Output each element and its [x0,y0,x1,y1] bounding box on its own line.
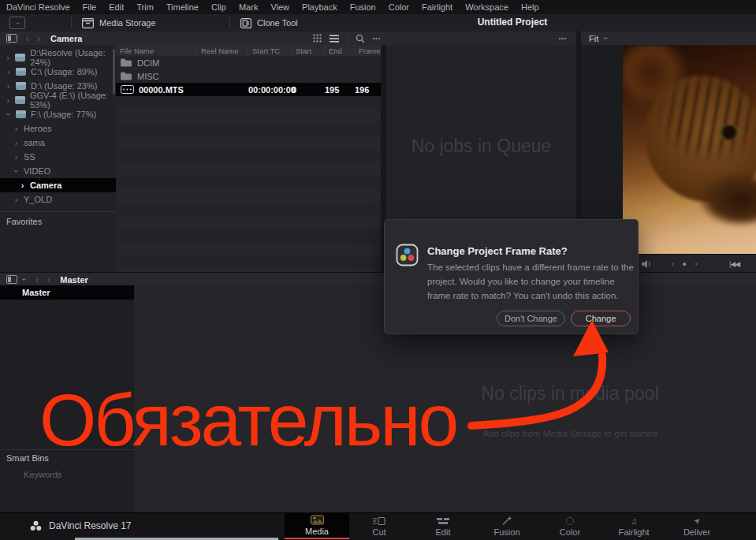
menu-file[interactable]: File [76,2,103,12]
sidebar-item-y-old[interactable]: › Y_OLD [0,192,116,207]
tab-label: Deliver [683,527,710,537]
media-storage-button[interactable]: Media Storage [82,14,156,32]
media-pool-header: › ‹ › Master [0,272,756,286]
clip-icon [121,85,134,94]
chevron-right-icon[interactable]: › [20,181,25,190]
menu-edit[interactable]: Edit [102,2,130,12]
cut-page-icon [373,516,385,526]
chevron-right-icon[interactable]: › [6,53,10,62]
drive-label: F:\ (Usage: 77%) [31,110,96,119]
more-options-icon[interactable]: ••• [559,35,567,41]
back-button[interactable]: ‹ [22,34,33,43]
chevron-down-icon[interactable]: › [20,278,28,281]
tab-color[interactable]: Color [538,513,602,539]
fusion-page-icon [501,516,512,526]
list-view-icon[interactable] [330,35,339,43]
chevron-right-icon[interactable]: › [13,124,19,133]
menu-clip[interactable]: Clip [205,2,233,12]
pool-breadcrumb: Master [60,275,88,285]
panel-toggle-icon[interactable] [6,34,17,43]
chevron-right-icon[interactable]: › [6,81,11,91]
dont-change-button[interactable]: Don't Change [497,311,565,326]
change-button[interactable]: Change [571,311,631,326]
tab-media[interactable]: Media [285,513,349,539]
menu-trim[interactable]: Trim [130,2,160,12]
chevron-down-icon[interactable]: › [4,112,13,117]
sidebar-item-video[interactable]: › VIDEO [0,164,116,178]
table-row-misc[interactable]: MISC [116,69,381,83]
col-start-tc[interactable]: Start TC [248,45,292,56]
chevron-right-icon[interactable]: › [6,67,11,76]
bin-label: Master [22,288,50,297]
menu-fusion[interactable]: Fusion [344,2,382,12]
chevron-right-icon[interactable]: › [13,138,19,147]
menu-timeline[interactable]: Timeline [160,2,205,12]
frames-count: 196 [355,85,381,95]
forward-button[interactable]: › [43,275,54,285]
scrollbar[interactable] [113,49,115,95]
drive-label: GGV-4 (E:\) (Usage: 53%) [30,91,116,110]
drive-icon [16,82,26,90]
chevron-right-icon[interactable]: › [6,95,10,105]
chevron-right-icon[interactable]: › [13,195,19,204]
col-end[interactable]: End [325,45,355,56]
col-reel-name[interactable]: Reel Name [197,45,248,56]
sidebar-item-drive-e[interactable]: › GGV-4 (E:\) (Usage: 53%) [0,93,116,107]
tab-fusion[interactable]: Fusion [475,513,539,539]
video-preview-cat[interactable] [623,46,756,254]
col-frames[interactable]: Frames [355,45,381,56]
chevron-down-icon[interactable]: › [601,37,610,39]
thumbnail-view-icon[interactable] [313,34,322,43]
menu-app[interactable]: DaVinci Resolve [0,2,76,12]
project-title: Untitled Project [478,17,548,28]
queue-empty-text: No jobs in Queue [386,136,576,157]
sidebar-item-heroes[interactable]: › Heroes [0,121,116,136]
chevron-down-icon[interactable]: › [12,169,21,174]
color-page-icon [566,516,574,526]
clone-tool-icon [240,18,251,28]
media-page-icon [311,515,324,525]
panel-collapse-button[interactable]: › [9,17,25,29]
tab-label: Fusion [493,527,520,537]
table-row-dcim[interactable]: DCIM [116,56,381,69]
drive-icon [16,68,26,76]
zoom-mode-select[interactable]: Fit [589,34,598,43]
sidebar-item-camera[interactable]: › Camera [0,178,116,192]
col-start[interactable]: Start [292,45,325,56]
menu-playback[interactable]: Playback [296,2,344,12]
back-button[interactable]: ‹ [32,275,43,285]
menu-help[interactable]: Help [515,2,546,12]
volume-icon[interactable] [641,259,652,269]
storage-tree: › D:\Resolve (Usage: 24%) › C:\ (Usage: … [0,45,116,272]
search-icon[interactable] [356,34,365,43]
skip-to-start-button[interactable]: |◀◀ [729,260,739,268]
forward-button[interactable]: › [33,34,44,43]
sidebar-item-sama[interactable]: › sama [0,136,116,150]
tab-edit[interactable]: Edit [411,513,475,539]
menu-fairlight[interactable]: Fairlight [415,2,459,12]
sidebar-item-drive-resolve[interactable]: › D:\Resolve (Usage: 24%) [0,50,116,65]
davinci-resolve-window: DaVinci Resolve File Edit Trim Timeline … [0,0,756,540]
smart-bin-keywords[interactable]: Keywords [24,470,61,479]
jog-control[interactable]: ‹ ● › [672,260,700,268]
menu-color[interactable]: Color [382,2,415,12]
menu-workspace[interactable]: Workspace [459,2,515,12]
clone-tool-button[interactable]: Clone Tool [240,14,298,32]
more-options-icon[interactable]: ••• [373,35,381,41]
panel-toggle-icon[interactable] [6,275,17,284]
sidebar-item-ss[interactable]: › SS [0,150,116,164]
file-name: 00000.MTS [139,85,184,95]
cat-stripes [654,69,756,164]
chevron-right-icon[interactable]: › [13,152,19,162]
menu-view[interactable]: View [264,2,296,12]
bin-item-master[interactable]: Master [0,285,134,300]
col-file-name[interactable]: File Name [116,45,197,56]
toolbar-divider [229,17,230,28]
tab-cut[interactable]: Cut [347,513,412,539]
tab-fairlight[interactable]: ♫ Fairlight [601,513,666,539]
tab-deliver[interactable]: ➤ Deliver [665,513,729,539]
folder-label: VIDEO [24,166,50,176]
table-row-selected-clip[interactable]: 00000.MTS 00:00:00:00 0 195 196 [116,83,381,96]
menu-mark[interactable]: Mark [233,2,264,12]
queue-header: ••• [386,32,576,45]
